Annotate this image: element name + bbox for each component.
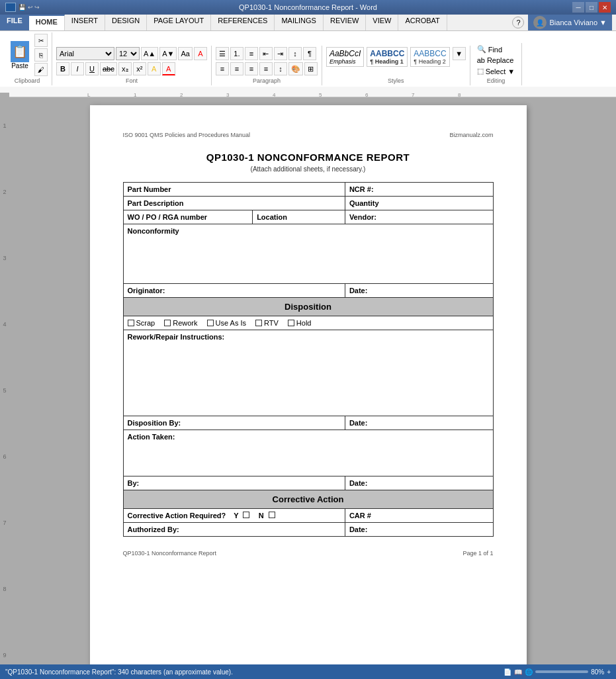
tab-references[interactable]: REFERENCES <box>211 15 275 30</box>
ribbon-group-editing: 🔍 Find ab Replace ⬚ Select ▼ Editing <box>470 43 523 85</box>
increase-font-button[interactable]: A▲ <box>141 47 158 60</box>
text-highlight-button[interactable]: A <box>148 62 161 75</box>
view-print-button[interactable]: 📄 <box>504 668 511 676</box>
underline-button[interactable]: U <box>85 62 99 75</box>
car-label: CAR # <box>345 509 493 523</box>
borders-button[interactable]: ⊞ <box>304 62 318 75</box>
document-page: ISO 9001 QMS Policies and Procedures Man… <box>90 105 527 679</box>
user-account-button[interactable]: 👤 Bianca Viviano ▼ <box>528 15 612 30</box>
maximize-button[interactable]: □ <box>586 2 597 13</box>
table-row-checkboxes: Scrap Rework Use As Is RTV <box>123 316 493 330</box>
numbering-button[interactable]: 1. <box>230 47 243 60</box>
clear-format-button[interactable]: A <box>194 47 207 60</box>
tab-page-layout[interactable]: PAGE LAYOUT <box>147 15 211 30</box>
rtv-checkbox-item: RTV <box>255 319 279 327</box>
font-name-select[interactable]: Arial <box>56 47 114 60</box>
by-label: By: <box>123 476 345 490</box>
justify-button[interactable]: ≡ <box>259 62 273 75</box>
y-label: Y <box>234 512 238 520</box>
table-row-originator: Originator: Date: <box>123 284 493 298</box>
clipboard-extras: ✂ ⎘ 🖌 <box>34 34 48 76</box>
superscript-button[interactable]: x² <box>133 62 146 75</box>
footer-right: Page 1 of 1 <box>462 550 493 557</box>
bullets-button[interactable]: ☰ <box>216 47 229 60</box>
strikethrough-button[interactable]: abc <box>100 62 117 75</box>
style-emphasis[interactable]: AaBbCcI Emphasis <box>326 47 364 67</box>
font-row1: Arial 12 A▲ A▼ Aa A <box>56 47 207 60</box>
rework-checkbox[interactable] <box>164 320 171 326</box>
style-heading1[interactable]: AABBCC ¶ Heading 1 <box>367 47 408 67</box>
find-button[interactable]: 🔍 Find <box>474 44 518 54</box>
disposition-header: Disposition <box>123 298 493 316</box>
style-heading2[interactable]: AABBCC ¶ Heading 2 <box>410 47 449 67</box>
status-bar: "QP1030-1 Nonconformance Report": 340 ch… <box>0 664 616 679</box>
copy-button[interactable]: ⎘ <box>34 48 48 62</box>
styles-more-button[interactable]: ▼ <box>453 47 466 60</box>
tab-view[interactable]: VIEW <box>366 15 398 30</box>
align-right-button[interactable]: ≡ <box>245 62 258 75</box>
minimize-button[interactable]: ─ <box>572 2 584 13</box>
sort-button[interactable]: ↕ <box>288 47 302 60</box>
styles-label: Styles <box>388 77 404 84</box>
replace-button[interactable]: ab Replace <box>474 56 518 65</box>
view-web-button[interactable]: 🌐 <box>525 668 533 676</box>
tab-review[interactable]: REVIEW <box>324 15 366 30</box>
table-row-corrective-header: Corrective Action <box>123 490 493 509</box>
zoom-in-button[interactable]: + <box>607 668 611 676</box>
tab-acrobat[interactable]: ACROBAT <box>398 15 447 30</box>
cut-button[interactable]: ✂ <box>34 34 48 47</box>
decrease-indent-button[interactable]: ⇤ <box>259 47 273 60</box>
tab-home[interactable]: HOME <box>29 15 65 30</box>
rework-label: Rework <box>173 319 197 327</box>
shading-button[interactable]: 🎨 <box>288 62 303 75</box>
date3-label: Date: <box>345 476 493 490</box>
font-label: Font <box>126 77 138 84</box>
help-button[interactable]: ? <box>512 17 524 28</box>
y-checkbox[interactable] <box>243 512 249 518</box>
font-row2: B I U abc x₂ x² A A <box>56 62 207 75</box>
quantity-label: Quantity <box>345 197 493 210</box>
tab-insert[interactable]: INSERT <box>65 15 105 30</box>
use-as-is-checkbox-item: Use As Is <box>207 319 246 327</box>
tab-design[interactable]: DESIGN <box>105 15 147 30</box>
bold-button[interactable]: B <box>56 62 69 75</box>
corrective-action-header: Corrective Action <box>123 490 493 509</box>
rework-instructions-label: Rework/Repair Instructions: <box>123 330 493 416</box>
page-footer: QP1030-1 Nonconformance Report Page 1 of… <box>123 550 494 557</box>
zoom-slider[interactable] <box>535 670 588 673</box>
ribbon-group-paragraph: ☰ 1. ≡ ⇤ ⇥ ↕ ¶ ≡ ≡ ≡ ≡ ↕ 🎨 ⊞ Paragraph <box>212 46 322 85</box>
line-spacing-button[interactable]: ↕ <box>274 62 287 75</box>
location-label: Location <box>253 210 345 224</box>
use-as-is-checkbox[interactable] <box>207 320 214 326</box>
table-row-part-number: Part Number NCR #: <box>123 183 493 197</box>
font-color-button[interactable]: A <box>162 62 175 75</box>
window-controls[interactable]: ─ □ ✕ <box>572 2 611 13</box>
tab-file[interactable]: FILE <box>0 15 29 30</box>
scrap-checkbox[interactable] <box>128 320 134 326</box>
paste-button[interactable]: 📋 Paste <box>7 40 33 71</box>
hold-checkbox[interactable] <box>288 320 294 326</box>
rtv-checkbox[interactable] <box>255 320 262 326</box>
select-button[interactable]: ⬚ Select ▼ <box>474 66 518 76</box>
date-label: Date: <box>345 284 493 298</box>
align-left-button[interactable]: ≡ <box>216 62 229 75</box>
change-case-button[interactable]: Aa <box>178 47 192 60</box>
scrap-label: Scrap <box>136 319 155 327</box>
ribbon-tabs: FILE HOME INSERT DESIGN PAGE LAYOUT REFE… <box>0 15 616 31</box>
italic-button[interactable]: I <box>71 62 84 75</box>
multilevel-button[interactable]: ≡ <box>245 47 258 60</box>
paragraph-row1: ☰ 1. ≡ ⇤ ⇥ ↕ ¶ <box>216 47 318 60</box>
show-formatting-button[interactable]: ¶ <box>303 47 316 60</box>
checkbox-row: Scrap Rework Use As Is RTV <box>128 319 489 327</box>
format-painter-button[interactable]: 🖌 <box>34 63 48 76</box>
n-checkbox[interactable] <box>269 512 275 518</box>
subscript-button[interactable]: x₂ <box>118 62 132 75</box>
align-center-button[interactable]: ≡ <box>230 62 243 75</box>
increase-indent-button[interactable]: ⇥ <box>274 47 287 60</box>
font-size-select[interactable]: 12 <box>116 47 140 60</box>
view-read-button[interactable]: 📖 <box>514 668 522 676</box>
originator-label: Originator: <box>123 284 345 298</box>
tab-mailings[interactable]: MAILINGS <box>275 15 324 30</box>
decrease-font-button[interactable]: A▼ <box>159 47 177 60</box>
close-button[interactable]: ✕ <box>599 2 611 13</box>
